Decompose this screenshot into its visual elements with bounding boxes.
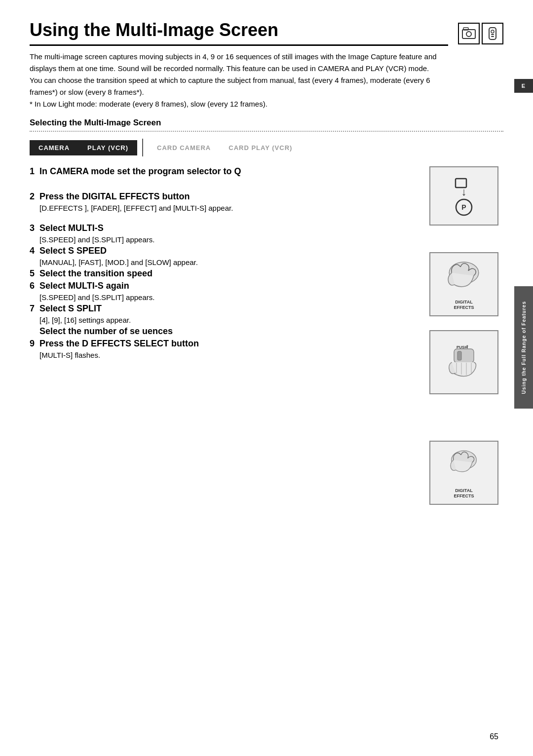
step-1-number: 1 (30, 166, 35, 176)
digital-effects-hand-svg (442, 258, 486, 300)
step-3: 3 Select MULTI-S [S.SPEED] and [S.SPLIT]… (30, 223, 419, 244)
card-play-vcr-mode-btn[interactable]: CARD PLAY (VCR) (220, 140, 301, 155)
step-2-heading: 2 Press the DIGITAL EFFECTS button (30, 191, 419, 202)
title-icons (458, 23, 503, 44)
step-4-number: 4 (30, 246, 35, 256)
step-9-text: Press the D EFFECTS SELECT button (39, 339, 199, 348)
steps-right-illustrations: ↓ P (424, 166, 503, 505)
step-9-number: 9 (30, 339, 35, 348)
side-label-text: Using the Full Range of Features (521, 301, 527, 394)
step-5: 5 Select the transition speed (30, 268, 419, 279)
mode-buttons-row: CAMERA PLAY (VCR) CARD CAMERA CARD PLAY … (30, 139, 503, 156)
svg-rect-5 (491, 34, 494, 35)
section-heading: Selecting the Multi-Image Screen (30, 118, 503, 128)
step-3-subtext: [S.SPEED] and [S.SPLIT] appears. (30, 235, 419, 244)
step-1-heading: 1 In CAMERA mode set the program selecto… (30, 166, 419, 177)
camera-mode-btn[interactable]: CAMERA (30, 140, 78, 155)
svg-rect-6 (491, 36, 494, 37)
step-5-number: 5 (30, 268, 35, 278)
svg-text:⇑: ⇑ (465, 344, 469, 349)
camera-icon-box (458, 23, 480, 44)
step-3-text: Select MULTI-S (39, 223, 104, 233)
multis-illustration: PUSH ⇑ (429, 330, 498, 394)
camera-icon (461, 27, 476, 40)
step-9-subtext: [MULTI-S] flashes. (30, 351, 419, 359)
step-5-heading: 5 Select the transition speed (30, 268, 419, 279)
step-7-subtext: [4], [9], [16] settings appear. (30, 316, 419, 324)
play-vcr-mode-btn[interactable]: PLAY (VCR) (78, 140, 137, 155)
step-4-heading: 4 Select S SPEED (30, 246, 419, 256)
svg-rect-0 (462, 30, 475, 38)
step-1-text: In CAMERA mode set the program selector … (39, 166, 241, 176)
e-tab: E (514, 79, 533, 93)
step-2-text: Press the DIGITAL EFFECTS button (39, 191, 190, 201)
svg-rect-3 (489, 28, 496, 39)
svg-rect-1 (463, 28, 468, 30)
step-9-heading: 9 Press the D EFFECTS SELECT button (30, 339, 419, 349)
step-6: 6 Select MULTI-S again [S.SPEED] and [S.… (30, 281, 419, 302)
step-6-heading: 6 Select MULTI-S again (30, 281, 419, 291)
svg-rect-12 (454, 349, 474, 363)
title-section: Using the Multi-Image Screen (30, 20, 503, 46)
step-4: 4 Select S SPEED [MANUAL], [FAST], [MOD.… (30, 246, 419, 266)
step-3-heading: 3 Select MULTI-S (30, 223, 419, 233)
mode-divider (142, 139, 143, 156)
effects-select-label: DIGITALEFFECTS (454, 488, 474, 499)
step-4-subtext: [MANUAL], [FAST], [MOD.] and [SLOW] appe… (30, 258, 419, 266)
page-number: 65 (490, 732, 498, 741)
digital-effects-label: DIGITALEFFECTS (454, 300, 474, 310)
step-2-number: 2 (30, 191, 35, 201)
steps-with-images: 1 In CAMERA mode set the program selecto… (30, 166, 503, 505)
digital-effects-illustration: DIGITALEFFECTS (429, 252, 498, 316)
dotted-separator (30, 131, 503, 132)
step-2-subtext: [D.EFFECTS ], [FADER], [EFFECT] and [MUL… (30, 204, 419, 212)
intro-text-1: The multi-image screen captures moving s… (30, 51, 449, 110)
step-7: 7 Select S SPLIT [4], [9], [16] settings… (30, 303, 419, 324)
step-5-text: Select the transition speed (39, 268, 152, 278)
step-4-text: Select S SPEED (39, 246, 107, 256)
remote-icon-box (482, 23, 503, 44)
card-camera-mode-btn[interactable]: CARD CAMERA (148, 140, 220, 155)
svg-point-4 (491, 30, 494, 33)
step-7-number: 7 (30, 303, 35, 313)
prog-selector-illustration: ↓ P (429, 166, 498, 226)
svg-point-2 (466, 32, 471, 37)
step-2: 2 Press the DIGITAL EFFECTS button [D.EF… (30, 191, 419, 212)
remote-icon (485, 27, 500, 40)
step-7-heading: 7 Select S SPLIT (30, 303, 419, 314)
effects-select-illustration: DIGITALEFFECTS (429, 441, 498, 505)
prog-selector-svg: ↓ P (442, 174, 486, 218)
step-7-text: Select S SPLIT (39, 303, 102, 313)
side-label-container: Using the Full Range of Features (514, 286, 533, 409)
step-1: 1 In CAMERA mode set the program selecto… (30, 166, 419, 177)
effects-select-hand-svg (442, 447, 486, 488)
step-6-text: Select MULTI-S again (39, 281, 129, 291)
step-9: 9 Press the D EFFECTS SELECT button [MUL… (30, 339, 419, 359)
step-8-heading: Select the number of se uences (30, 326, 419, 337)
step-6-subtext: [S.SPEED] and [S.SPLIT] appears. (30, 293, 419, 302)
step-8: Select the number of se uences (30, 326, 419, 337)
page-title: Using the Multi-Image Screen (30, 20, 448, 46)
svg-text:↓: ↓ (461, 186, 467, 198)
step-8-text: Select the number of se uences (39, 326, 173, 336)
multis-hand-svg: PUSH ⇑ (442, 341, 486, 383)
svg-rect-13 (457, 351, 461, 360)
step-6-number: 6 (30, 281, 35, 291)
step-3-number: 3 (30, 223, 35, 233)
page-container: E Using the Multi-Image Screen (0, 0, 533, 756)
svg-text:P: P (461, 203, 466, 211)
steps-left: 1 In CAMERA mode set the program selecto… (30, 166, 419, 505)
